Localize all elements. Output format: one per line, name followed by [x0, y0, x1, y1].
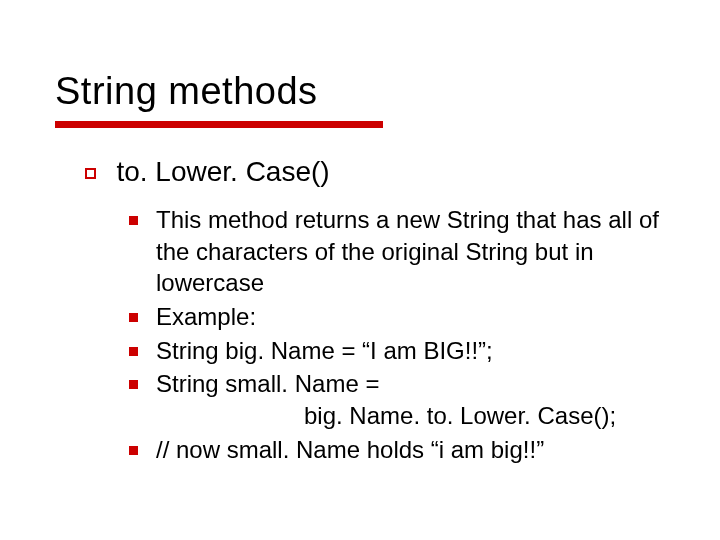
- slide-title: String methods: [55, 70, 665, 113]
- level2-text: This method returns a new String that ha…: [156, 204, 665, 299]
- title-underline: [55, 121, 383, 128]
- list-item: // now small. Name holds “i am big!!”: [129, 434, 665, 466]
- list-item: String big. Name = “I am BIG!!”;: [129, 335, 665, 367]
- square-bullet-icon: [129, 313, 138, 322]
- list-item: This method returns a new String that ha…: [129, 204, 665, 299]
- level1-text: to. Lower. Case(): [116, 156, 329, 187]
- square-bullet-icon: [129, 380, 138, 389]
- bullet-list-level2: This method returns a new String that ha…: [85, 204, 665, 465]
- line-a: String small. Name =: [156, 370, 379, 397]
- bullet-list-level1: to. Lower. Case() This method returns a …: [55, 156, 665, 465]
- list-item: Example:: [129, 301, 665, 333]
- square-bullet-icon: [129, 216, 138, 225]
- level2-text: String small. Name = big. Name. to. Lowe…: [156, 368, 616, 431]
- level2-text: Example:: [156, 301, 256, 333]
- level2-text: String big. Name = “I am BIG!!”;: [156, 335, 493, 367]
- square-bullet-icon: [129, 446, 138, 455]
- list-item: String small. Name = big. Name. to. Lowe…: [129, 368, 665, 431]
- level2-text: // now small. Name holds “i am big!!”: [156, 434, 544, 466]
- line-b: big. Name. to. Lower. Case();: [156, 402, 616, 429]
- slide: String methods to. Lower. Case() This me…: [0, 0, 720, 540]
- list-item: to. Lower. Case() This method returns a …: [85, 156, 665, 465]
- square-bullet-icon: [129, 347, 138, 356]
